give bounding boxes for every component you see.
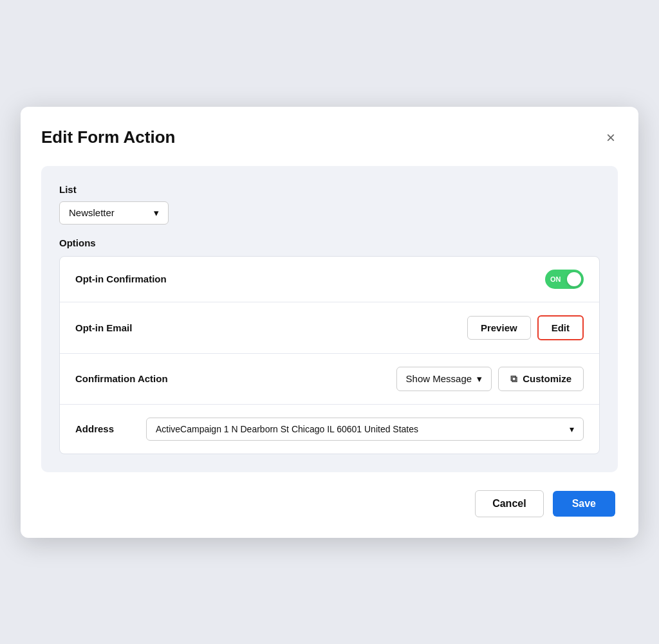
modal-header: Edit Form Action × xyxy=(41,127,618,148)
toggle-knob xyxy=(567,272,581,286)
toggle-on-label: ON xyxy=(550,275,561,283)
options-box: Opt-in Confirmation ON Opt-in Email Prev… xyxy=(59,256,600,454)
address-row: Address ActiveCampaign 1 N Dearborn St C… xyxy=(60,405,599,454)
show-message-chevron-icon: ▾ xyxy=(477,373,482,385)
confirmation-action-controls: Show Message ▾ ⧉ Customize xyxy=(396,367,584,391)
list-selected-value: Newsletter xyxy=(69,207,115,218)
opt-in-confirmation-row: Opt-in Confirmation ON xyxy=(60,257,599,302)
list-chevron-icon: ▾ xyxy=(154,207,159,219)
save-button[interactable]: Save xyxy=(553,491,615,517)
customize-button[interactable]: ⧉ Customize xyxy=(498,367,584,391)
confirmation-action-label: Confirmation Action xyxy=(75,373,168,384)
address-chevron-icon: ▾ xyxy=(570,424,574,434)
show-message-select[interactable]: Show Message ▾ xyxy=(396,367,492,391)
preview-button[interactable]: Preview xyxy=(467,316,531,340)
customize-copy-icon: ⧉ xyxy=(510,373,517,385)
modal-body: List Newsletter ▾ Options Opt-in Confirm… xyxy=(41,166,618,472)
list-field-group: List Newsletter ▾ xyxy=(59,184,600,225)
close-button[interactable]: × xyxy=(604,127,618,148)
customize-label: Customize xyxy=(523,373,571,384)
address-controls: ActiveCampaign 1 N Dearborn St Chicago I… xyxy=(146,418,584,441)
address-value: ActiveCampaign 1 N Dearborn St Chicago I… xyxy=(156,424,418,434)
options-field-group: Options xyxy=(59,237,600,248)
list-label: List xyxy=(59,184,600,195)
address-label: Address xyxy=(75,423,114,434)
confirmation-action-row: Confirmation Action Show Message ▾ ⧉ Cus… xyxy=(60,354,599,405)
show-message-value: Show Message xyxy=(406,373,472,384)
opt-in-email-controls: Preview Edit xyxy=(467,315,584,340)
options-label: Options xyxy=(59,237,600,248)
opt-in-toggle[interactable]: ON xyxy=(545,270,584,289)
opt-in-email-label: Opt-in Email xyxy=(75,322,132,333)
modal-title: Edit Form Action xyxy=(41,127,175,147)
edit-form-action-modal: Edit Form Action × List Newsletter ▾ Opt… xyxy=(21,107,638,538)
cancel-button[interactable]: Cancel xyxy=(475,490,543,517)
list-select[interactable]: Newsletter ▾ xyxy=(59,201,169,225)
address-select[interactable]: ActiveCampaign 1 N Dearborn St Chicago I… xyxy=(146,418,584,441)
edit-button[interactable]: Edit xyxy=(537,315,584,340)
modal-footer: Cancel Save xyxy=(41,490,618,517)
opt-in-confirmation-controls: ON xyxy=(545,270,584,289)
opt-in-confirmation-label: Opt-in Confirmation xyxy=(75,273,167,284)
opt-in-email-row: Opt-in Email Preview Edit xyxy=(60,302,599,354)
